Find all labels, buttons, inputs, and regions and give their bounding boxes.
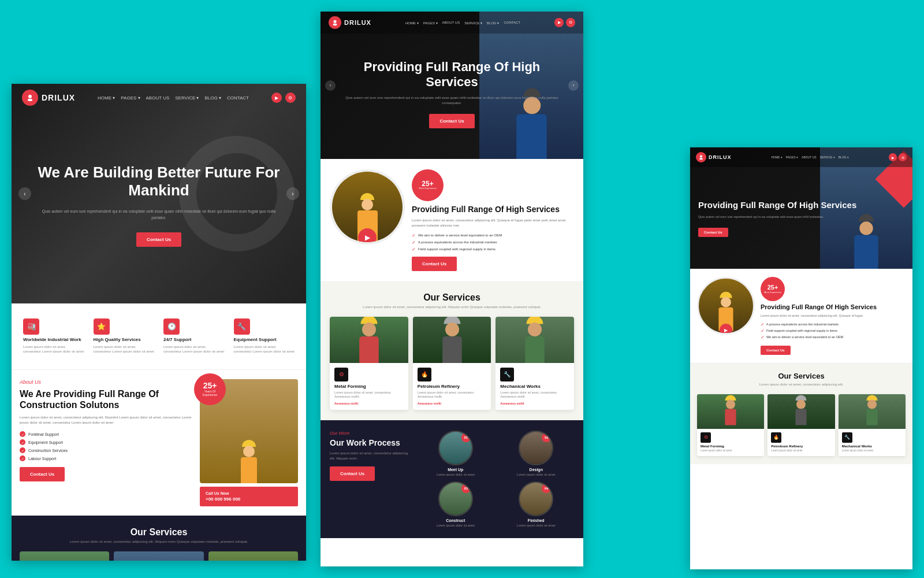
process-title-2: Construct: [446, 518, 465, 523]
right-service-desc-0: Lorem ipsum dolor sit amet: [701, 449, 761, 453]
service-card-title-1: Petroleum Refinery: [418, 384, 487, 389]
center-hero-prev-arrow[interactable]: ‹: [325, 80, 336, 91]
service-icon-1: 🔥: [418, 368, 431, 381]
left-hero-next-arrow[interactable]: ›: [286, 187, 299, 200]
right-service-title-2: Mechanical Works: [842, 444, 902, 448]
center-about-cta[interactable]: Contact Us: [412, 257, 457, 271]
center-hero-cta[interactable]: Contact Us: [429, 114, 474, 128]
check-bullet-0: ✓: [20, 431, 25, 437]
right-checklist: ✓ A process equivalents across the indus…: [761, 322, 906, 340]
strip-icon-2: 🕐: [163, 318, 180, 335]
right-service-icon-2: 🔧: [842, 432, 852, 443]
center-hero-next-arrow[interactable]: ›: [568, 80, 579, 91]
left-logo-icon: [22, 90, 38, 106]
left-hero-cta[interactable]: Contact Us: [136, 232, 181, 247]
service-card-link-0[interactable]: Aeneaneus mollit: [334, 402, 404, 405]
rnav-icon-2[interactable]: ⚙: [899, 153, 907, 161]
right-checkmark-1: ✓: [761, 328, 765, 334]
cnav-blog[interactable]: BLOG ▾: [487, 21, 499, 25]
service-card-img-0: [330, 317, 408, 363]
service-card-desc-2: Lorem ipsum dolor sit amet, consectetur.…: [500, 391, 569, 399]
right-logo: DRILUX: [696, 152, 732, 162]
center-services-desc: Lorem ipsum dolor sit amet, consectetur …: [330, 305, 574, 309]
right-service-card-1: 🔥 Petroleum Refinery Lorem ipsum dolor s…: [767, 394, 834, 456]
rnav-icon-1[interactable]: ▶: [889, 153, 897, 161]
svg-rect-1: [28, 99, 32, 101]
center-exp-label: More Experience: [419, 187, 436, 190]
nav-icon-1[interactable]: ▶: [271, 92, 282, 103]
process-circle-0: 01: [438, 431, 473, 465]
process-circle-2: 03: [438, 481, 473, 516]
rnav-about[interactable]: ABOUT US: [802, 155, 816, 159]
cnav-contact[interactable]: CONTACT: [504, 21, 520, 24]
left-hero: DRILUX HOME ▾ PAGES ▾ ABOUT US SERVICE ▾…: [12, 84, 306, 303]
center-about-image: ▶: [330, 169, 405, 244]
rnav-home[interactable]: HOME ▾: [771, 155, 782, 159]
right-hero-cta[interactable]: Contact Us: [698, 228, 728, 237]
right-hero-desc: Quis autem vel eum iure reprehenderit qu…: [698, 215, 904, 220]
center-checkmark-1: ✓: [412, 240, 416, 245]
cnav-about[interactable]: ABOUT US: [442, 21, 460, 24]
rnav-service[interactable]: SERVICE ▾: [820, 155, 835, 159]
right-service-card-2: 🔧 Mechanical Works Lorem ipsum dolor sit…: [839, 394, 906, 456]
rnav-blog[interactable]: BLOG ▾: [839, 155, 849, 159]
right-service-icon-0: ⚙: [701, 432, 711, 443]
center-services-grid: ⚙ Metal Forming Lorem ipsum dolor sit am…: [330, 317, 574, 410]
right-exp-num: 25+: [767, 284, 778, 291]
worker-head: [243, 446, 255, 457]
strip-icon-0: 🏭: [23, 318, 39, 335]
cnav-service[interactable]: SERVICE ▾: [464, 21, 482, 25]
nav-icon-2[interactable]: ⚙: [285, 92, 296, 103]
process-desc-1: Lorem ipsum dolor sit amet: [517, 473, 555, 477]
center-hero-title: Providing Full Range Of High Services: [338, 60, 566, 90]
center-logo-icon: [329, 16, 341, 29]
nav-link-blog[interactable]: BLOG ▾: [204, 95, 221, 101]
left-logo-text: DRILUX: [42, 93, 75, 102]
left-about-right: 25+ Years OfExperience Call Us Now +00 0: [200, 379, 298, 506]
service-card-link-2[interactable]: Aeneaneus mollit: [500, 402, 569, 405]
right-logo-icon: [696, 152, 706, 162]
process-desc-2: Lorem ipsum dolor sit amet: [437, 524, 475, 528]
center-hero: ‹ › DRILUX HOME ▾ PAGES ▾ ABOUT US SERVI…: [321, 12, 583, 159]
right-about-cta[interactable]: Contact Us: [761, 346, 791, 355]
service-card-desc-0: Lorem ipsum dolor sit amet, consectetur.…: [334, 391, 404, 399]
nav-link-about[interactable]: ABOUT US: [146, 95, 170, 101]
cnav-icon-2[interactable]: ⚙: [566, 18, 575, 27]
right-check-1: ✓ Field support coupled with regional su…: [761, 328, 906, 334]
check-label-2: Construction Services: [28, 449, 68, 453]
rnav-pages[interactable]: PAGES ▾: [786, 155, 798, 159]
play-button[interactable]: ▶: [358, 228, 377, 244]
right-check-0: ✓ A process equivalents across the indus…: [761, 322, 906, 327]
right-service-body-1: 🔥 Petroleum Refinery Lorem ipsum dolor s…: [767, 429, 834, 456]
process-circle-1: 02: [519, 431, 553, 465]
nav-link-service[interactable]: SERVICE ▾: [175, 95, 199, 101]
cnav-pages[interactable]: PAGES ▾: [423, 21, 438, 25]
cnav-icon-1[interactable]: ▶: [554, 18, 564, 27]
nav-link-pages[interactable]: PAGES ▾: [121, 95, 140, 101]
nav-link-contact[interactable]: CONTACT: [227, 95, 249, 101]
nav-link-home[interactable]: HOME ▾: [98, 95, 115, 101]
left-about-section: About Us We Are Providing Full Range Of …: [12, 370, 306, 516]
left-about-title: We Are Providing Full Range Of Construct…: [20, 388, 192, 410]
right-service-img-1: [767, 394, 834, 429]
center-check-2: ✓ Field support coupled with regional su…: [412, 247, 574, 252]
right-about-title: Providing Full Range Of High Services: [761, 303, 906, 311]
left-hero-prev-arrow[interactable]: ‹: [18, 187, 31, 200]
right-play-button[interactable]: ▶: [720, 324, 732, 335]
service-card-body-2: 🔧 Mechanical Works Lorem ipsum dolor sit…: [495, 363, 574, 410]
svg-point-4: [700, 155, 702, 157]
right-hero-title: Providing Full Range Of High Services: [698, 200, 904, 210]
right-services-desc: Lorem ipsum dolor sit amet, consectetur …: [697, 383, 906, 386]
service-card-link-1[interactable]: Aeneaneus mollit: [418, 402, 487, 405]
left-about-cta[interactable]: Contact Us: [20, 467, 65, 481]
right-exp-badge: 25+ More Experience: [761, 277, 785, 301]
svg-point-0: [28, 95, 32, 98]
service-card-title-0: Metal Forming: [334, 384, 404, 389]
strip-icon-3: 🔧: [234, 318, 250, 335]
work-cta[interactable]: Contact Us: [330, 466, 375, 481]
left-about-tag: About Us: [20, 379, 192, 385]
check-item-0: ✓ Forklinal Support: [20, 431, 192, 437]
check-label-3: Labour Support: [28, 457, 56, 461]
cnav-home[interactable]: HOME ▾: [405, 21, 419, 25]
strip-item-3: 🔧 Equipment Support Lorem ipsum dolor si…: [230, 315, 299, 358]
